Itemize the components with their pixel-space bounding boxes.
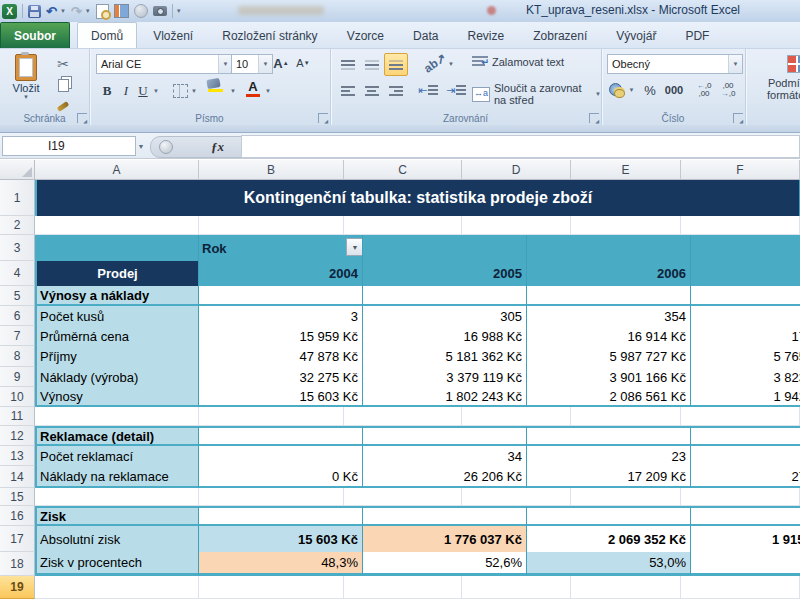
cell-undefined7[interactable]: 15 959 Kč	[199, 326, 363, 346]
paste-dropdown-icon[interactable]: ▼	[6, 94, 46, 100]
cell-E19[interactable]	[571, 576, 681, 599]
cell-undefined17[interactable]: 15 603 Kč	[199, 526, 363, 552]
comma-style-button[interactable]: 000	[661, 80, 687, 100]
align-center-button[interactable]	[360, 80, 384, 102]
cell-undefined8[interactable]: 5 987 727 Kč	[527, 346, 691, 367]
copy-button[interactable]	[52, 75, 74, 95]
cell-C2[interactable]	[344, 216, 462, 235]
cell-undefined14[interactable]: Náklady na reklamace	[35, 466, 199, 488]
cell-E11[interactable]	[571, 407, 681, 426]
decrease-indent-button[interactable]: ⇤	[416, 80, 440, 100]
cell-undefined10[interactable]: 1 942 621 Kč	[691, 387, 800, 407]
cell-undefined9[interactable]: 3 379 119 Kč	[363, 367, 527, 387]
column-header-F[interactable]: F	[681, 160, 800, 180]
cell-undefined1[interactable]: Kontingenční tabulka: statistika prodeje…	[35, 180, 800, 216]
select-all-corner[interactable]	[0, 160, 35, 180]
cell-B15[interactable]	[199, 488, 344, 506]
cell-undefined18[interactable]: 48,3%	[199, 552, 363, 576]
fill-dropdown-icon[interactable]: ▼	[228, 81, 238, 101]
orientation-dropdown-icon[interactable]: ▼	[446, 54, 456, 74]
cell-D19[interactable]	[462, 576, 571, 599]
cell-undefined6[interactable]: 3	[199, 306, 363, 326]
cell-undefined14[interactable]: 26 206 Kč	[363, 466, 527, 488]
chevron-down-icon[interactable]: ▼	[218, 55, 232, 73]
cell-undefined16[interactable]	[691, 506, 800, 526]
row-header-19[interactable]: 19	[0, 576, 35, 599]
merge-center-button[interactable]: Sloučit a zarovnat na střed ▼	[472, 82, 601, 106]
underline-dropdown-icon[interactable]: ▼	[151, 81, 161, 101]
row-header-2[interactable]: 2	[0, 216, 35, 235]
column-header-B[interactable]: B	[199, 160, 344, 180]
cell-C11[interactable]	[344, 407, 462, 426]
chevron-down-icon[interactable]: ▼	[258, 55, 272, 73]
cell-undefined18[interactable]: Zisk v procentech	[35, 552, 199, 576]
cell-undefined8[interactable]: Příjmy	[35, 346, 199, 367]
cell-undefined13[interactable]: 23	[527, 446, 691, 466]
cell-A11[interactable]	[35, 407, 199, 426]
cell-undefined10[interactable]: Výnosy	[35, 387, 199, 407]
name-box-dropdown-icon[interactable]: ▼	[134, 136, 148, 156]
row-header-7[interactable]: 7	[0, 326, 35, 346]
cell-undefined18[interactable]: 52,6%	[363, 552, 527, 576]
cell-undefined10[interactable]: 15 603 Kč	[199, 387, 363, 407]
cut-button[interactable]: ✂	[52, 54, 74, 74]
cell-E15[interactable]	[571, 488, 681, 506]
row-header-4[interactable]: 4	[0, 261, 35, 286]
tab-domu[interactable]: Domů	[77, 22, 137, 49]
dialog-launcher-schranka[interactable]	[77, 113, 87, 123]
pivot-filter-dropdown-icon[interactable]: ▼	[346, 238, 363, 256]
cell-undefined17[interactable]: Absolutní zisk	[35, 526, 199, 552]
accounting-dropdown-icon[interactable]: ▼	[627, 80, 636, 100]
insert-function-icon[interactable]: ƒx	[211, 139, 224, 155]
cell-undefined5[interactable]	[691, 286, 800, 306]
tab-data[interactable]: Data	[400, 23, 451, 48]
dialog-launcher-pismo[interactable]	[318, 113, 328, 123]
cell-undefined10[interactable]: 2 086 561 Kč	[527, 387, 691, 407]
cell-D2[interactable]	[462, 216, 571, 235]
underline-button[interactable]: U	[135, 81, 151, 101]
column-header-A[interactable]: A	[35, 160, 199, 180]
cell-undefined7[interactable]: 17 109 Kč	[691, 326, 800, 346]
cell-undefined13[interactable]: Počet reklamací	[35, 446, 199, 466]
cell-undefined14[interactable]: 17 209 Kč	[527, 466, 691, 488]
cell-undefined8[interactable]: 5 765 672 Kč	[691, 346, 800, 367]
cell-D11[interactable]	[462, 407, 571, 426]
bold-button[interactable]: B	[99, 81, 115, 101]
cell-undefined12[interactable]	[199, 426, 363, 446]
row-header-10[interactable]: 10	[0, 387, 35, 407]
dialog-launcher-zarovnani[interactable]	[589, 113, 599, 123]
cell-undefined16[interactable]	[363, 506, 527, 526]
conditional-formatting-button[interactable]: Podmíněné formátování	[767, 55, 800, 101]
cell-undefined17[interactable]: 1 776 037 Kč	[363, 526, 527, 552]
cell-undefined6[interactable]: 354	[527, 306, 691, 326]
cell-undefined4[interactable]: Prodej	[35, 261, 199, 286]
cell-undefined5[interactable]	[363, 286, 527, 306]
align-left-button[interactable]	[336, 80, 360, 102]
number-format-combo[interactable]: Obecný▼	[607, 54, 743, 74]
cell-undefined9[interactable]: 3 901 166 Kč	[527, 367, 691, 387]
cell-undefined5[interactable]: Výnosy a náklady	[35, 286, 199, 306]
increase-decimal-button[interactable]: ←,0,00	[693, 80, 715, 100]
cell-undefined16[interactable]	[527, 506, 691, 526]
cell-undefined17[interactable]: 1 915 185 Kč	[691, 526, 800, 552]
row-header-1[interactable]: 1	[0, 180, 35, 216]
cell-C19[interactable]	[344, 576, 462, 599]
font-color-dropdown-icon[interactable]: ▼	[263, 81, 273, 101]
tab-revize[interactable]: Revize	[455, 23, 518, 48]
cell-undefined13[interactable]: 36	[691, 446, 800, 466]
borders-dropdown-icon[interactable]: ▼	[189, 81, 199, 101]
tab-pdf[interactable]: PDF	[672, 23, 722, 48]
row-header-14[interactable]: 14	[0, 466, 35, 488]
cell-C15[interactable]	[344, 488, 462, 506]
cell-undefined5[interactable]	[199, 286, 363, 306]
cell-undefined12[interactable]	[363, 426, 527, 446]
cell-undefined12[interactable]: Reklamace (detail)	[35, 426, 199, 446]
row-header-13[interactable]: 13	[0, 446, 35, 466]
collapsed-button-icon[interactable]	[159, 140, 173, 154]
cell-undefined9[interactable]: 3 823 051 Kč	[691, 367, 800, 387]
row-header-12[interactable]: 12	[0, 426, 35, 446]
accounting-format-button[interactable]	[607, 80, 627, 100]
row-header-17[interactable]: 17	[0, 526, 35, 552]
cell-undefined4[interactable]: 2006	[527, 261, 691, 286]
font-size-combo[interactable]: 10▼	[231, 54, 273, 74]
